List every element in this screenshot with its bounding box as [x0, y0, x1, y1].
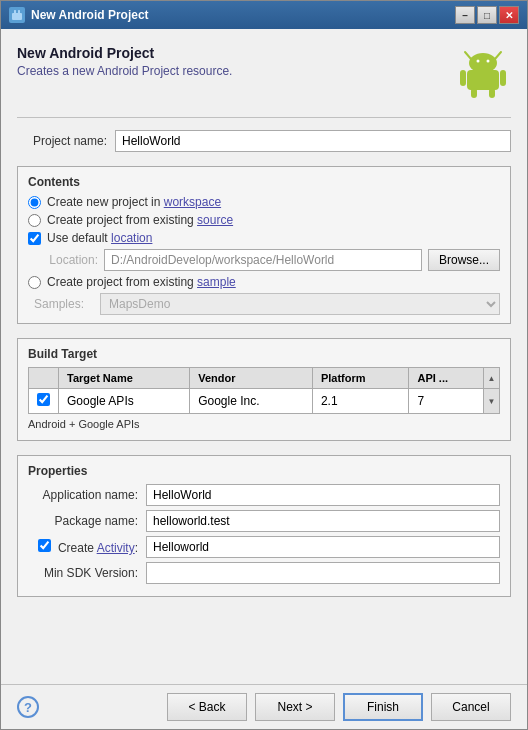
dialog-content: New Android Project Creates a new Androi…: [1, 29, 527, 684]
app-name-label: Application name:: [28, 488, 138, 502]
build-target-table: Target Name Vendor Platform API ... ▲: [28, 367, 500, 414]
cancel-button[interactable]: Cancel: [431, 693, 511, 721]
header-section: New Android Project Creates a new Androi…: [17, 45, 511, 101]
build-target-section: Build Target Target Name Vendor Platform…: [17, 338, 511, 441]
workspace-link: workspace: [164, 195, 221, 209]
radio-existing-source[interactable]: [28, 214, 41, 227]
samples-row: Samples: MapsDemo: [28, 293, 500, 315]
header-separator: [17, 117, 511, 118]
header-text: New Android Project Creates a new Androi…: [17, 45, 232, 78]
radio-existing-sample[interactable]: [28, 276, 41, 289]
svg-rect-9: [460, 70, 466, 86]
title-bar-controls: – □ ✕: [455, 6, 519, 24]
svg-point-7: [487, 60, 490, 63]
row-target-name: Google APIs: [59, 389, 190, 414]
create-activity-checkbox[interactable]: [38, 539, 51, 552]
col-target-name: Target Name: [59, 368, 190, 389]
project-name-row: Project name:: [17, 130, 511, 152]
help-button[interactable]: ?: [17, 696, 39, 718]
location-link: location: [111, 231, 152, 245]
package-name-row: Package name:: [28, 510, 500, 532]
title-bar-left: New Android Project: [9, 7, 149, 23]
activity-link: Activity: [97, 541, 135, 555]
row-checkbox[interactable]: [37, 393, 50, 406]
row-api: 7: [409, 389, 484, 414]
project-name-input[interactable]: [115, 130, 511, 152]
min-sdk-row: Min SDK Version:: [28, 562, 500, 584]
dialog-subtitle: Creates a new Android Project resource.: [17, 64, 232, 78]
col-scrollbar: ▲: [484, 368, 500, 389]
samples-label: Samples:: [34, 297, 94, 311]
default-location-checkbox[interactable]: [28, 232, 41, 245]
app-name-input[interactable]: [146, 484, 500, 506]
table-row: Google APIs Google Inc. 2.1 7 ▼: [29, 389, 500, 414]
back-button[interactable]: < Back: [167, 693, 247, 721]
svg-rect-10: [500, 70, 506, 86]
browse-button[interactable]: Browse...: [428, 249, 500, 271]
svg-line-3: [465, 52, 471, 59]
next-button[interactable]: Next >: [255, 693, 335, 721]
min-sdk-label: Min SDK Version:: [28, 566, 138, 580]
default-location-label: Use default location: [47, 231, 152, 245]
dialog-title: New Android Project: [17, 45, 232, 61]
maximize-button[interactable]: □: [477, 6, 497, 24]
main-window: New Android Project – □ ✕ New Android Pr…: [0, 0, 528, 730]
window-icon: [9, 7, 25, 23]
radio-new-project-label: Create new project in workspace: [47, 195, 221, 209]
svg-rect-8: [467, 70, 499, 90]
radio-existing-sample-label: Create project from existing sample: [47, 275, 236, 289]
col-api: API ...: [409, 368, 484, 389]
create-activity-label: Create Activity:: [28, 539, 138, 555]
package-name-input[interactable]: [146, 510, 500, 532]
properties-title: Properties: [28, 464, 500, 478]
radio-existing-source-label: Create project from existing source: [47, 213, 233, 227]
col-check: [29, 368, 59, 389]
row-platform: 2.1: [312, 389, 409, 414]
contents-section: Contents Create new project in workspace…: [17, 166, 511, 324]
svg-rect-0: [12, 13, 22, 20]
radio-new-project[interactable]: [28, 196, 41, 209]
activity-input[interactable]: [146, 536, 500, 558]
app-name-row: Application name:: [28, 484, 500, 506]
sample-link: sample: [197, 275, 236, 289]
create-activity-row: Create Activity:: [28, 536, 500, 558]
samples-select[interactable]: MapsDemo: [100, 293, 500, 315]
table-header-row: Target Name Vendor Platform API ... ▲: [29, 368, 500, 389]
default-location-row: Use default location: [28, 231, 500, 245]
title-bar: New Android Project – □ ✕: [1, 1, 527, 29]
svg-rect-11: [471, 88, 477, 98]
svg-line-4: [495, 52, 501, 59]
radio-existing-source-row: Create project from existing source: [28, 213, 500, 227]
package-name-label: Package name:: [28, 514, 138, 528]
row-scrollbar: ▼: [484, 389, 500, 414]
build-target-title: Build Target: [28, 347, 500, 361]
location-row: Location: Browse...: [28, 249, 500, 271]
android-logo: [455, 45, 511, 101]
svg-rect-1: [14, 10, 16, 14]
svg-rect-2: [18, 10, 20, 14]
row-vendor: Google Inc.: [190, 389, 313, 414]
svg-rect-12: [489, 88, 495, 98]
project-name-label: Project name:: [17, 134, 107, 148]
dialog-footer: ? < Back Next > Finish Cancel: [1, 684, 527, 729]
contents-title: Contents: [28, 175, 500, 189]
minimize-button[interactable]: –: [455, 6, 475, 24]
window-title: New Android Project: [31, 8, 149, 22]
radio-new-project-row: Create new project in workspace: [28, 195, 500, 209]
properties-section: Properties Application name: Package nam…: [17, 455, 511, 597]
min-sdk-input[interactable]: [146, 562, 500, 584]
source-link: source: [197, 213, 233, 227]
svg-point-6: [477, 60, 480, 63]
api-note: Android + Google APIs: [28, 416, 500, 432]
radio-existing-sample-row: Create project from existing sample: [28, 275, 500, 289]
col-platform: Platform: [312, 368, 409, 389]
col-vendor: Vendor: [190, 368, 313, 389]
location-input[interactable]: [104, 249, 422, 271]
finish-button[interactable]: Finish: [343, 693, 423, 721]
location-label: Location:: [38, 253, 98, 267]
row-checkbox-cell: [29, 389, 59, 414]
footer-buttons: < Back Next > Finish Cancel: [167, 693, 511, 721]
close-button[interactable]: ✕: [499, 6, 519, 24]
